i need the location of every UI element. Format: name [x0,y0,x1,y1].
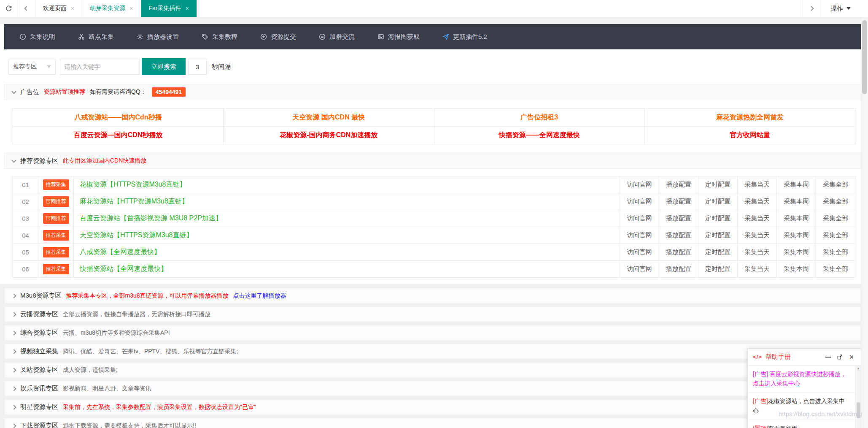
collect-this-week-button[interactable]: 采集本周 [777,227,816,244]
interval-input[interactable] [188,59,207,75]
help-panel-title: 帮助手册 [766,353,791,361]
tab-far-plugin-active[interactable]: Far采集插件 × [141,0,197,17]
ads-panel-header[interactable]: 广告位 资源站置顶推荐 如有需要请咨询QQ： 45494491 [4,84,864,100]
collect-all-button[interactable]: 采集全部 [816,176,855,193]
close-icon[interactable]: × [129,5,133,11]
resource-name-link[interactable]: 天空资源站【HTTPS资源M3u8直链】 [74,227,620,244]
collect-today-button[interactable]: 采集当天 [738,176,777,193]
collect-all-button[interactable]: 采集全部 [816,261,855,278]
visit-official-site-button[interactable]: 访问官网 [620,210,659,227]
zone-select[interactable]: 推荐专区 [8,59,56,75]
refresh-button[interactable] [0,0,18,17]
nav-item-breakpoint-collect[interactable]: 断点采集 [78,33,114,41]
ad-slot[interactable]: 百度云资源—国内CDN秒播放 [13,127,224,144]
table-row: 02 官网推荐 麻花资源站【HTTP资源M3u8直链】 访问官网播放配置定时配置… [13,193,855,210]
visit-official-site-button[interactable]: 访问官网 [620,261,659,278]
nav-item-poster-fetch[interactable]: 海报图获取 [377,33,420,41]
qq-number-badge[interactable]: 45494491 [152,87,186,97]
collect-all-button[interactable]: 采集全部 [816,227,855,244]
collect-this-week-button[interactable]: 采集本周 [777,176,816,193]
resource-name-link[interactable]: 麻花资源站【HTTP资源M3u8直链】 [74,193,620,210]
nav-item-collect-tutorial[interactable]: 采集教程 [202,33,237,41]
ad-slot[interactable]: 快播资源——全网速度最快 [434,127,645,144]
resource-name-link[interactable]: 百度云资源站【首播影视资源 M3U8 P2P加速】 [74,210,620,227]
keyword-input[interactable] [60,59,140,75]
ad-slot[interactable]: 花椒资源-国内商务CDN加速播放 [224,127,434,144]
collect-this-week-button[interactable]: 采集本周 [777,244,816,261]
close-button[interactable]: × [847,352,856,362]
collect-this-week-button[interactable]: 采集本周 [777,210,816,227]
resource-name-link[interactable]: 花椒资源【HTTPS资源M3u8直链】 [74,176,620,193]
visit-official-site-button[interactable]: 访问官网 [620,227,659,244]
schedule-config-button[interactable]: 定时配置 [698,227,738,244]
play-config-button[interactable]: 播放配置 [659,227,698,244]
tabs-scroll-right-button[interactable] [802,0,820,17]
plus-circle-icon [260,33,267,40]
tab-welcome[interactable]: 欢迎页面 × [35,0,82,17]
collapse-section[interactable]: 下载资源专区 迅雷下载资源，需要模板支持，采集后才可以显示!! [4,418,864,428]
collect-today-button[interactable]: 采集当天 [738,227,777,244]
close-icon[interactable]: × [71,5,74,11]
close-icon[interactable]: × [185,5,189,11]
collapse-section[interactable]: 视频独立采集 腾讯、优酷、爱奇艺、芒果tv、PPTV、搜狐、乐视等官方直链采集; [4,344,864,359]
collect-today-button[interactable]: 采集当天 [738,261,777,278]
page-scrollbar[interactable] [861,17,868,428]
ad-slot[interactable]: 广告位招租3 [434,109,645,127]
collapse-section[interactable]: 综合资源专区 云播、m3u8切片等多种资源综合采集API [4,325,864,341]
collect-this-week-button[interactable]: 采集本周 [777,193,816,210]
help-item-tag: [广告] [753,371,768,377]
resource-name-link[interactable]: 八戒资源【全网速度最快】 [74,244,620,261]
play-config-button[interactable]: 播放配置 [659,193,698,210]
nav-item-collect-help[interactable]: 采集说明 [19,33,55,41]
collect-all-button[interactable]: 采集全部 [816,210,855,227]
visit-official-site-button[interactable]: 访问官网 [620,244,659,261]
ad-slot[interactable]: 官方收网站量 [645,127,855,144]
page-scroll-thumb[interactable] [862,20,867,94]
player-info-link[interactable]: 点击这里了解播放器 [233,292,286,300]
collect-all-button[interactable]: 采集全部 [816,244,855,261]
collect-today-button[interactable]: 采集当天 [738,193,777,210]
collapse-section[interactable]: M3u8资源专区 推荐采集本专区，全部m3u8直链资源，可以用弹幕播放器播放 点… [4,288,864,303]
collapse-section[interactable]: 叉站资源专区 成人资源，谨慎采集; [4,362,864,378]
scroll-up-icon[interactable]: ▲ [857,366,860,370]
minimize-button[interactable] [823,352,833,362]
help-item[interactable]: [广告]花椒资源站，点击进入采集中心 [748,393,861,420]
nav-item-resource-submit[interactable]: 资源提交 [260,33,296,41]
nav-item-join-group[interactable]: 加群交流 [319,33,355,41]
operation-dropdown[interactable]: 操作 [820,0,861,17]
tab-mengya-resource[interactable]: 萌芽采集资源 × [82,0,141,17]
visit-official-site-button[interactable]: 访问官网 [620,193,659,210]
scroll-thumb[interactable] [857,402,860,418]
collapse-section[interactable]: 娱乐资讯专区 影视新闻、明星八卦、文章等资讯 [4,381,864,396]
tabs-scroll-left-button[interactable] [18,0,35,17]
help-item[interactable]: [置顶]查看最新版 [748,420,861,428]
visit-official-site-button[interactable]: 访问官网 [620,176,659,193]
collect-today-button[interactable]: 采集当天 [738,210,777,227]
schedule-config-button[interactable]: 定时配置 [698,261,738,278]
resource-name-link[interactable]: 快播资源站【全网速度最快】 [74,261,620,278]
ad-slot[interactable]: 天空资源 国内CDN 最快 [224,109,434,127]
play-config-button[interactable]: 播放配置 [659,176,698,193]
collect-all-button[interactable]: 采集全部 [816,193,855,210]
nav-item-update-plugin[interactable]: 更新插件5.2 [442,33,487,41]
play-config-button[interactable]: 播放配置 [659,210,698,227]
help-manual-panel: </> 帮助手册 × [广告] 百度云影视资源快进秒播放，点击进入采集中心 [广… [747,348,862,428]
play-config-button[interactable]: 播放配置 [659,244,698,261]
play-config-button[interactable]: 播放配置 [659,261,698,278]
help-item[interactable]: [广告] 百度云影视资源快进秒播放，点击进入采集中心 [748,366,861,393]
restore-button[interactable] [835,352,844,362]
collect-today-button[interactable]: 采集当天 [738,244,777,261]
schedule-config-button[interactable]: 定时配置 [698,210,738,227]
ad-slot[interactable]: 八戒资源站——国内Cdn秒播 [13,109,224,127]
help-scrollbar[interactable]: ▲ ▼ [855,366,861,428]
ad-slot[interactable]: 麻花资源热剧全网首发 [645,109,855,127]
collect-this-week-button[interactable]: 采集本周 [777,261,816,278]
schedule-config-button[interactable]: 定时配置 [698,244,738,261]
schedule-config-button[interactable]: 定时配置 [698,193,738,210]
collapse-section[interactable]: 云播资源专区 全部云播资源，链接自带播放器，无需解析接口即可播放 [4,306,864,322]
recommend-panel-header[interactable]: 推荐资源专区 此专用区添加国内CDN快速播放 [4,153,864,169]
collapse-section[interactable]: 明星资源专区 采集前，先在系统，采集参数配置，演员采集设置，数据状态设置为"已审… [4,399,864,415]
schedule-config-button[interactable]: 定时配置 [698,176,738,193]
nav-item-player-settings[interactable]: 播放器设置 [137,33,179,41]
search-now-button[interactable]: 立即搜索 [142,58,186,75]
